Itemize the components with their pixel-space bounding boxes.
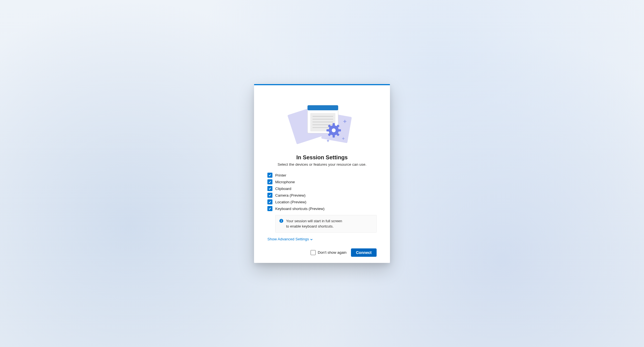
dialog-footer: Don't show again Connect [267, 248, 377, 257]
svg-rect-11 [333, 123, 335, 126]
show-advanced-settings-link[interactable]: Show Advanced Settings [267, 237, 313, 241]
dialog-subtitle: Select the devices or features your reso… [267, 162, 377, 167]
svg-rect-13 [326, 129, 330, 131]
option-location: Location (Preview) [267, 199, 377, 204]
option-camera: Camera (Preview) [267, 193, 377, 198]
option-label: Printer [275, 173, 286, 177]
chevron-down-icon [310, 238, 313, 240]
checkbox-camera[interactable] [267, 193, 272, 198]
svg-rect-3 [308, 105, 338, 110]
option-label: Camera (Preview) [275, 193, 306, 197]
options-list: Printer Microphone Clipboard Camera (Pre… [267, 173, 377, 211]
option-keyboard-shortcuts: Keyboard shortcuts (Preview) [267, 206, 377, 211]
dont-show-again-option[interactable]: Don't show again [311, 250, 347, 255]
info-text: Your session will start in full screen t… [286, 219, 345, 229]
option-label: Location (Preview) [275, 200, 306, 204]
option-printer: Printer [267, 173, 377, 178]
option-clipboard: Clipboard [267, 186, 377, 191]
checkbox-microphone[interactable] [267, 179, 272, 184]
checkbox-keyboard-shortcuts[interactable] [267, 206, 272, 211]
svg-rect-12 [333, 134, 335, 138]
checkbox-clipboard[interactable] [267, 186, 272, 191]
dialog-title: In Session Settings [267, 154, 377, 161]
connect-button[interactable]: Connect [351, 248, 377, 257]
svg-rect-14 [338, 129, 341, 131]
svg-point-19 [332, 128, 336, 132]
option-label: Keyboard shortcuts (Preview) [275, 207, 325, 211]
checkbox-printer[interactable] [267, 173, 272, 178]
option-label: Clipboard [275, 187, 291, 191]
settings-illustration [267, 99, 377, 146]
advanced-label: Show Advanced Settings [267, 237, 309, 241]
option-label: Microphone [275, 180, 295, 184]
in-session-settings-dialog: In Session Settings Select the devices o… [254, 84, 390, 263]
info-box: i Your session will start in full screen… [275, 215, 377, 232]
checkbox-dont-show-again[interactable] [311, 250, 316, 255]
info-icon: i [279, 219, 283, 223]
option-microphone: Microphone [267, 179, 377, 184]
checkbox-location[interactable] [267, 199, 272, 204]
dont-show-label: Don't show again [318, 250, 347, 255]
